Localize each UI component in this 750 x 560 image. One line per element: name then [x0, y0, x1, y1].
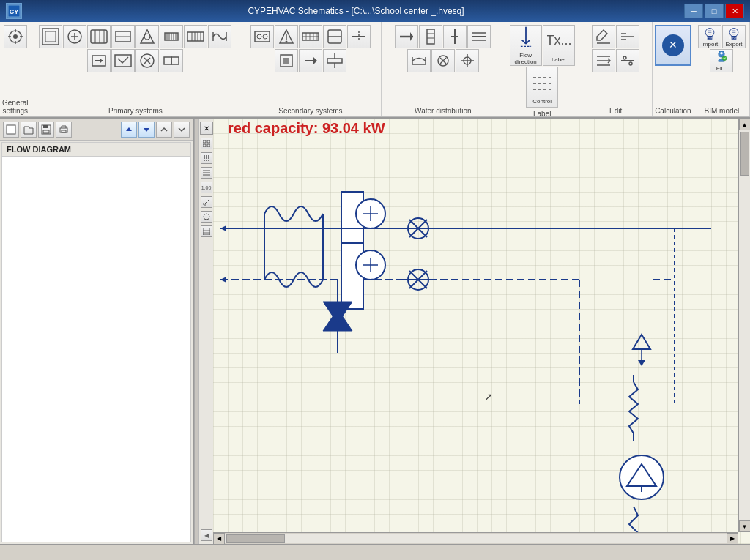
toolbar-area: Generalsettings	[0, 22, 750, 119]
horizontal-scrollbar[interactable]: ◀ ▶	[213, 532, 738, 544]
svg-rect-80	[43, 125, 48, 128]
primary-btn-5[interactable]	[135, 25, 159, 48]
save-document-button[interactable]	[38, 122, 54, 138]
edit-btn-2[interactable]	[616, 25, 639, 48]
scroll-thumb-vertical[interactable]	[740, 132, 749, 176]
print-button[interactable]	[56, 122, 72, 138]
primary-btn-4[interactable]	[111, 25, 135, 48]
move-down-button[interactable]	[138, 122, 155, 138]
svg-text:✕: ✕	[669, 39, 677, 51]
bim-export-button[interactable]: EXPORT Export	[722, 25, 746, 48]
calculation-active-button[interactable]: ✕	[655, 25, 691, 66]
scroll-track-horizontal[interactable]	[225, 534, 727, 543]
water-distribution-label: Water distribution	[415, 105, 471, 116]
maximize-button[interactable]: □	[705, 4, 724, 18]
svg-point-76	[721, 52, 724, 55]
svg-rect-84	[203, 140, 206, 143]
vbar-btn-circle[interactable]	[201, 211, 212, 223]
scroll-track-vertical[interactable]	[739, 130, 751, 520]
primary-systems-label: Primary systems	[108, 105, 163, 116]
svg-marker-128	[323, 302, 352, 324]
scroll-thumb-horizontal[interactable]	[226, 534, 285, 543]
flow-direction-button[interactable]: Flowdirection	[510, 25, 542, 66]
primary-btn-11[interactable]	[135, 49, 159, 72]
edit-btn-4[interactable]	[616, 49, 639, 72]
primary-btn-1[interactable]	[39, 25, 62, 48]
sec-btn-1[interactable]	[250, 25, 274, 48]
water-btn-1[interactable]	[395, 25, 418, 48]
water-btn-6[interactable]	[431, 49, 455, 72]
window-controls: ─ □ ✕	[684, 4, 744, 18]
general-settings-label: Generalsettings	[2, 97, 29, 116]
primary-btn-6[interactable]	[160, 25, 183, 48]
bim-user-button[interactable]: Eli...	[710, 49, 733, 72]
control-button[interactable]: Control	[526, 67, 558, 108]
toolbar-secondary-systems: Secondary systems	[240, 22, 382, 116]
vbar-btn-expand2[interactable]: ◀	[201, 529, 212, 541]
water-btn-7[interactable]	[456, 49, 479, 72]
open-document-button[interactable]	[21, 122, 37, 138]
collapse-up-button[interactable]	[156, 122, 172, 138]
svg-rect-8	[42, 29, 59, 45]
vbar-btn-dots[interactable]	[201, 152, 212, 164]
vbar-btn-table[interactable]	[201, 225, 212, 237]
toolbar-water-distribution: Water distribution	[382, 22, 505, 116]
primary-btn-2[interactable]	[63, 25, 86, 48]
sec-btn-6[interactable]	[275, 49, 298, 72]
sec-btn-7[interactable]	[299, 49, 322, 72]
vertical-scrollbar[interactable]: ▲ ▼	[738, 119, 750, 532]
svg-text:↗: ↗	[484, 391, 493, 403]
canvas-area: red capacity: 93.04 kW	[213, 119, 750, 544]
water-btn-5[interactable]	[407, 49, 431, 72]
edit-btn-3[interactable]	[592, 49, 615, 72]
svg-rect-83	[62, 130, 66, 132]
toolbar-row: Generalsettings	[0, 22, 750, 117]
svg-rect-45	[327, 59, 342, 63]
primary-btn-10[interactable]	[111, 49, 135, 72]
svg-point-90	[208, 155, 209, 157]
svg-rect-11	[91, 30, 107, 43]
svg-rect-81	[43, 130, 49, 133]
scroll-up-button[interactable]: ▲	[739, 119, 751, 130]
vbar-btn-measure[interactable]	[201, 196, 212, 208]
primary-btn-12[interactable]	[160, 49, 183, 72]
sec-btn-8[interactable]	[323, 49, 346, 72]
schematic-diagram: red capacity: 93.04 kW	[213, 119, 726, 544]
edit-btn-1[interactable]	[592, 25, 615, 48]
minimize-button[interactable]: ─	[684, 4, 703, 18]
calculation-label: Calculation	[655, 105, 691, 116]
label-button[interactable]: Tx... Label	[543, 25, 575, 66]
move-up-button[interactable]	[121, 122, 137, 138]
vbar-btn-scale[interactable]: 1.00	[201, 182, 212, 193]
close-button[interactable]: ✕	[725, 4, 744, 18]
primary-btn-7[interactable]	[184, 25, 207, 48]
svg-rect-31	[171, 57, 179, 64]
vbar-btn-grid[interactable]	[201, 138, 212, 149]
new-document-button[interactable]	[3, 122, 19, 138]
svg-rect-85	[207, 140, 210, 143]
sec-btn-5[interactable]	[347, 25, 371, 48]
water-btn-4[interactable]	[467, 25, 491, 48]
water-btn-3[interactable]	[443, 25, 467, 48]
sec-btn-2[interactable]	[275, 25, 298, 48]
scroll-right-button[interactable]: ▶	[727, 533, 738, 545]
toolbar-edit: Edit	[579, 22, 652, 116]
primary-btn-8[interactable]	[208, 25, 231, 48]
vbar-btn-expand[interactable]: ✕	[200, 122, 213, 135]
vbar-btn-lines[interactable]	[201, 167, 212, 179]
primary-btn-9[interactable]	[87, 49, 111, 72]
primary-btn-3[interactable]	[87, 25, 111, 48]
sec-btn-3[interactable]	[299, 25, 322, 48]
svg-text:IMPORT: IMPORT	[705, 37, 713, 40]
scroll-down-button[interactable]: ▼	[739, 520, 751, 532]
water-btn-2[interactable]	[419, 25, 442, 48]
secondary-systems-label: Secondary systems	[278, 105, 342, 116]
svg-point-96	[208, 160, 209, 161]
general-settings-button[interactable]	[4, 25, 27, 48]
collapse-down-button[interactable]	[174, 122, 190, 138]
toolbar-primary-systems: Primary systems	[31, 22, 241, 116]
sec-btn-4[interactable]	[323, 25, 346, 48]
scroll-left-button[interactable]: ◀	[213, 533, 225, 545]
svg-point-66	[623, 56, 626, 59]
bim-import-button[interactable]: IMPORT Import	[698, 25, 721, 48]
